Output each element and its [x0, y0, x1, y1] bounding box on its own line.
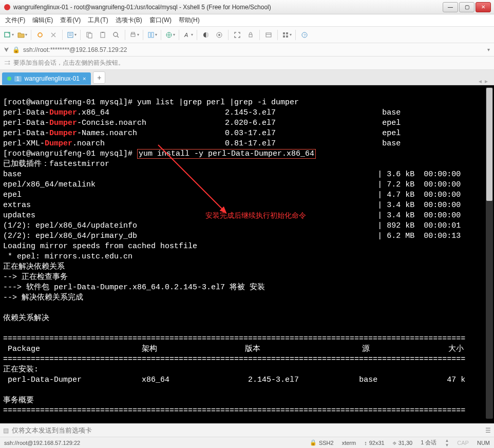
svg-line-13: [117, 36, 119, 38]
encoding-button[interactable]: [164, 29, 176, 41]
app-icon: [3, 3, 11, 11]
svg-point-0: [4, 4, 10, 10]
disconnect-button[interactable]: [48, 29, 59, 41]
session-updown-icon[interactable]: ▲▼: [445, 438, 449, 447]
menu-tabs[interactable]: 选项卡(B): [116, 16, 142, 25]
svg-rect-24: [266, 33, 271, 37]
hint-text: 要添加当前会话，点击左侧的箭头按钮。: [13, 59, 124, 67]
menu-help[interactable]: 帮助(H): [179, 16, 200, 25]
menu-view[interactable]: 查看(V): [60, 16, 81, 25]
copy-button[interactable]: [84, 29, 95, 41]
tab-name: wangruifenglinux-01: [25, 75, 80, 82]
lock-button[interactable]: [245, 29, 256, 41]
scrollbar-thumb[interactable]: [486, 88, 492, 201]
svg-rect-17: [151, 32, 154, 38]
status-ssh: SSH2: [319, 440, 334, 446]
layout-button[interactable]: [146, 29, 158, 41]
window-title: wangruifenglinux-01 - root@wangruifeng-0…: [13, 4, 442, 11]
svg-rect-5: [68, 32, 73, 38]
tab-nav-left-icon[interactable]: ◂: [479, 78, 482, 85]
toolbar: + A ?: [0, 27, 494, 43]
open-button[interactable]: [16, 29, 28, 41]
connection-status-icon: [7, 77, 11, 81]
properties-button[interactable]: [66, 29, 77, 41]
address-dropdown-icon[interactable]: ⮟: [4, 47, 9, 52]
new-session-button[interactable]: +: [3, 29, 14, 41]
status-bar: ssh://root@192.168.57.129:22 🔒SSH2 xterm…: [0, 437, 494, 448]
hint-arrow-icon[interactable]: ⮆: [4, 60, 10, 67]
help-button[interactable]: ?: [299, 29, 310, 41]
menu-file[interactable]: 文件(F): [5, 16, 25, 25]
tab-bar: 1 wangruifenglinux-01 × + ◂ ▸: [0, 70, 494, 85]
annotation-text: 安装完成后继续执行初始化命令: [205, 211, 306, 221]
svg-text:+: +: [8, 31, 10, 35]
terminal[interactable]: [root@wangruifeng-01 mysql]# yum list |g…: [0, 85, 494, 423]
status-sessions: 1 会话: [421, 439, 436, 446]
window-titlebar: wangruifenglinux-01 - root@wangruifeng-0…: [0, 0, 494, 14]
minimize-button[interactable]: —: [443, 2, 458, 12]
session-tab[interactable]: 1 wangruifenglinux-01 ×: [2, 72, 91, 85]
font-button[interactable]: A: [182, 29, 194, 41]
color-scheme-button[interactable]: [200, 29, 212, 41]
svg-rect-23: [249, 34, 252, 37]
send-menu-icon[interactable]: ☰: [485, 427, 491, 434]
send-icon[interactable]: ▤: [3, 427, 9, 434]
compose-button[interactable]: [263, 29, 274, 41]
fullscreen-button[interactable]: [232, 29, 243, 41]
status-connection: ssh://root@192.168.57.129:22: [4, 440, 301, 446]
find-button[interactable]: [110, 29, 122, 41]
add-tab-button[interactable]: +: [93, 71, 105, 84]
address-text[interactable]: ssh://root:********@192.168.57.129:22: [23, 46, 484, 53]
address-bar: ⮟ 🔒 ssh://root:********@192.168.57.129:2…: [0, 43, 494, 57]
address-history-icon[interactable]: ▾: [487, 47, 490, 52]
highlighted-command: yum install -y perl-Data-Dumper.x86_64: [137, 149, 316, 159]
svg-rect-14: [131, 34, 135, 36]
menu-edit[interactable]: 编辑(E): [32, 16, 53, 25]
tunneling-button[interactable]: [214, 29, 225, 41]
svg-rect-16: [148, 32, 150, 38]
tab-nav-right-icon[interactable]: ▸: [485, 78, 488, 85]
status-term: xterm: [342, 440, 356, 446]
svg-text:?: ?: [303, 33, 306, 38]
menubar: 文件(F) 编辑(E) 查看(V) 工具(T) 选项卡(B) 窗口(W) 帮助(…: [0, 14, 494, 27]
status-pos: 31,30: [398, 440, 413, 446]
ssh-icon: 🔒: [310, 439, 317, 446]
svg-rect-9: [88, 33, 92, 38]
tab-index: 1: [14, 76, 22, 82]
svg-rect-26: [283, 32, 285, 34]
svg-rect-10: [101, 32, 105, 38]
svg-point-12: [113, 32, 118, 36]
print-button[interactable]: [128, 29, 140, 41]
send-bar: ▤ ☰: [0, 423, 494, 437]
lock-icon: 🔒: [12, 46, 20, 53]
terminal-scrollbar[interactable]: [486, 87, 493, 419]
menu-tools[interactable]: 工具(T): [88, 16, 108, 25]
hint-bar: ⮆ 要添加当前会话，点击左侧的箭头按钮。: [0, 57, 494, 70]
svg-rect-15: [131, 32, 135, 34]
tab-close-icon[interactable]: ×: [83, 76, 86, 82]
menu-window[interactable]: 窗口(W): [149, 16, 172, 25]
svg-rect-29: [286, 35, 288, 38]
svg-point-22: [218, 34, 220, 36]
send-input[interactable]: [12, 426, 482, 434]
status-cap: CAP: [457, 440, 469, 446]
view-mode-button[interactable]: [281, 29, 292, 41]
svg-text:A: A: [184, 32, 188, 38]
svg-rect-27: [286, 32, 288, 34]
reconnect-button[interactable]: [34, 29, 46, 41]
status-num: NUM: [477, 440, 490, 446]
paste-button[interactable]: [97, 29, 108, 41]
close-button[interactable]: ✕: [476, 2, 491, 12]
svg-rect-11: [102, 32, 104, 33]
status-size: 92x31: [369, 440, 385, 446]
svg-rect-28: [283, 35, 285, 38]
maximize-button[interactable]: ▢: [459, 2, 474, 12]
